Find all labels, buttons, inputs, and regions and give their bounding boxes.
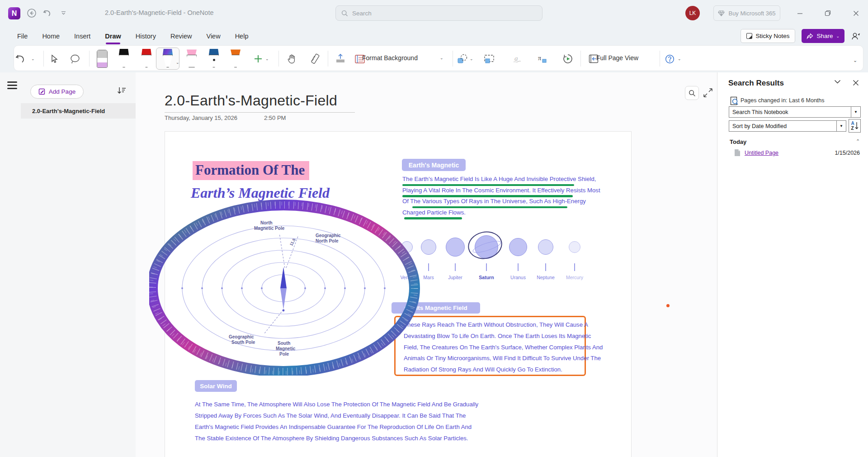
panning-hand-tool[interactable]	[284, 52, 299, 65]
add-pen-chevron-icon[interactable]: ⌄	[265, 57, 269, 61]
draw-ribbon: ⌄ ⌄ ⌄	[14, 45, 863, 71]
global-search-box[interactable]	[335, 5, 542, 21]
ink-to-shape-chevron-icon[interactable]: ⌄	[470, 57, 473, 61]
undo-chevron-icon[interactable]: ⌄	[31, 57, 35, 61]
ribbon-collapse-chevron-icon[interactable]: ⌄	[853, 57, 857, 63]
planet-mars	[421, 239, 436, 255]
sort-pages-icon[interactable]	[117, 86, 127, 97]
ink-to-math-tool[interactable]: π	[535, 52, 549, 65]
search-scope-combobox[interactable]: Search This Notebook ▼	[729, 106, 861, 118]
dropdown-arrow-icon[interactable]: ▼	[836, 121, 846, 131]
label-north-magnetic-pole: North	[260, 220, 273, 225]
people-icon[interactable]	[851, 32, 861, 41]
page-doc-icon	[734, 149, 741, 157]
onenote-app-icon[interactable]: N	[8, 7, 20, 19]
sticky-note-icon	[746, 33, 752, 39]
page-title[interactable]: 2.0-Earth's-Magnetic-Field	[165, 92, 337, 109]
expand-page-icon[interactable]	[703, 87, 713, 98]
orange-annotation-box[interactable]: These Rays Reach The Earth Without Obstr…	[394, 316, 586, 376]
label-earths-magnetic[interactable]: Earth's Magnetic	[402, 159, 466, 171]
menu-history[interactable]: History	[136, 29, 156, 43]
menu-review[interactable]: Review	[170, 29, 192, 43]
menu-bar: File Home Insert Draw History Review Vie…	[0, 27, 868, 45]
page-search-button[interactable]	[685, 86, 699, 100]
green-marker-underline	[412, 206, 567, 209]
planet-label-saturn: Saturn	[468, 275, 505, 280]
menu-file[interactable]: File	[17, 29, 28, 43]
svg-text:a: a	[514, 55, 518, 62]
svg-text:Magnetic: Magnetic	[276, 346, 296, 351]
ink-replay-tool[interactable]	[561, 52, 575, 65]
heading-formation[interactable]: Formation Of The	[193, 161, 309, 180]
undo-button[interactable]	[13, 52, 27, 65]
sort-az-button[interactable]: AZ	[849, 119, 861, 133]
ink-selection-area-tool[interactable]	[482, 52, 496, 65]
pen-red[interactable]	[140, 49, 153, 69]
format-background-label[interactable]: Format Background	[362, 54, 418, 62]
full-page-view-label[interactable]: Full Page View	[596, 54, 638, 62]
restore-button[interactable]	[820, 7, 835, 19]
quick-access-chevron-icon[interactable]	[57, 7, 70, 19]
back-icon[interactable]	[25, 7, 38, 19]
lasso-select-tool[interactable]	[68, 52, 82, 65]
ink-to-shape-tool[interactable]	[455, 52, 470, 65]
close-button[interactable]	[848, 7, 863, 19]
menu-help[interactable]: Help	[235, 29, 249, 43]
menu-draw[interactable]: Draw	[105, 29, 121, 43]
add-pen-button[interactable]	[251, 52, 265, 65]
help-button[interactable]	[662, 52, 677, 65]
insert-space-tool[interactable]	[333, 52, 348, 65]
hamburger-menu-icon[interactable]	[7, 81, 17, 89]
minimize-button[interactable]	[792, 7, 807, 19]
panel-close-icon[interactable]	[853, 80, 859, 86]
undo-titlebar-icon[interactable]	[41, 7, 53, 19]
page-canvas[interactable]: 2.0-Earth's-Magnetic-Field Thursday, Jan…	[136, 72, 717, 457]
sticky-notes-button[interactable]: Sticky Notes	[741, 29, 795, 43]
help-chevron-icon[interactable]: ⌄	[678, 57, 681, 61]
svg-text:North Pole: North Pole	[316, 238, 339, 243]
paragraph-solar-wind[interactable]: At The Same Time, The Atmosphere Will Al…	[195, 401, 478, 446]
menu-home[interactable]: Home	[42, 29, 60, 43]
ink-to-text-tool-disabled[interactable]: a	[510, 52, 524, 65]
planet-uranus	[509, 238, 527, 256]
dropdown-arrow-icon[interactable]: ▼	[851, 107, 860, 117]
account-avatar[interactable]: LK	[685, 6, 700, 20]
label-solar-wind[interactable]: Solar Wind	[195, 380, 237, 392]
page-date: Thursday, January 15, 2026	[165, 114, 237, 121]
group-collapse-caret-icon[interactable]: ⌃	[856, 138, 860, 144]
result-untitled-page-link[interactable]: Untitled Page	[745, 150, 778, 156]
planet-mercury	[569, 241, 580, 253]
svg-text:π: π	[538, 55, 541, 62]
window-title: 2.0-Earth's-Magnetic-Field - OneNote	[105, 9, 214, 16]
pen-galaxy-selected[interactable]	[161, 49, 174, 69]
pen-black[interactable]	[118, 49, 130, 69]
ruler-tool[interactable]	[308, 52, 323, 65]
share-button[interactable]: Share ⌄	[802, 29, 844, 43]
select-tool[interactable]	[47, 52, 61, 65]
panel-collapse-chevron-icon[interactable]	[834, 80, 841, 84]
pen-blue-fountain[interactable]	[208, 49, 220, 69]
buy-microsoft-365-button[interactable]: Buy Microsoft 365	[713, 5, 780, 21]
result-group-today[interactable]: Today	[730, 138, 746, 145]
svg-text:Magnetic Pole: Magnetic Pole	[254, 226, 285, 231]
sort-order-combobox[interactable]: Sort by Date Modified ▼	[729, 120, 846, 132]
content-area: Add Page 2.0-Earth's-Magnetic-Field 2.0-…	[0, 72, 868, 457]
pen-orange[interactable]	[229, 49, 242, 69]
magnetic-field-diagram[interactable]: North Magnetic Pole Geographic North Pol…	[149, 199, 420, 376]
search-icon	[341, 10, 348, 17]
format-background-chevron-icon[interactable]: ⌄	[440, 56, 443, 60]
search-input[interactable]	[352, 10, 537, 17]
eraser-tool[interactable]	[97, 50, 108, 68]
highlighter-pink[interactable]	[185, 49, 198, 69]
paragraph-magnetic-shield[interactable]: The Earth's Magnetic Field Is Like A Hug…	[402, 176, 600, 220]
planet-jupiter	[446, 238, 465, 257]
menu-view[interactable]: View	[206, 29, 220, 43]
pages-changed-icon	[730, 96, 738, 105]
planet-neptune	[538, 239, 553, 255]
pen-options-chevron-icon[interactable]: ⌄	[176, 60, 179, 65]
title-bar: N 2.0-Earth's-Magnetic-Field - OneNote L…	[0, 0, 868, 27]
sidebar-page-item[interactable]: 2.0-Earth's-Magnetic-Field	[21, 103, 136, 119]
menu-insert[interactable]: Insert	[74, 29, 90, 43]
onenote-window: N 2.0-Earth's-Magnetic-Field - OneNote L…	[0, 0, 868, 457]
add-page-button[interactable]: Add Page	[30, 85, 84, 99]
